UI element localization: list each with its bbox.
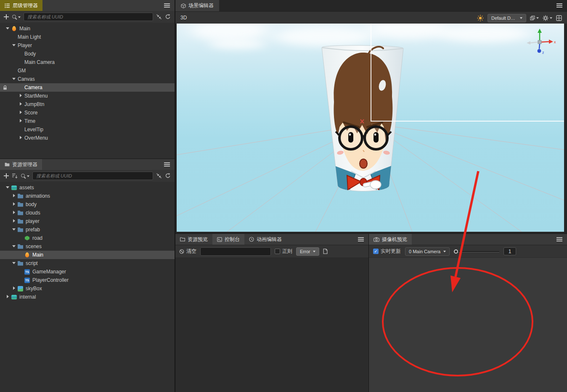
folder-icon xyxy=(18,244,23,249)
camera-select-dropdown[interactable]: 0 Main Camera xyxy=(405,247,450,256)
tree-row[interactable]: Canvas xyxy=(0,75,175,83)
clear-console-button[interactable]: 清空 xyxy=(179,248,196,255)
asset-label: clouds xyxy=(26,210,40,216)
twisty-icon[interactable] xyxy=(19,109,24,116)
tree-row-selected[interactable]: Camera xyxy=(0,83,175,92)
twisty-icon[interactable] xyxy=(5,25,11,32)
tree-row[interactable]: GameManager xyxy=(0,268,175,276)
zoom-value-input[interactable]: 1 xyxy=(503,247,516,255)
tree-row[interactable]: Body xyxy=(0,50,175,58)
collapse-all-icon[interactable] xyxy=(156,14,162,20)
panel-menu-icon[interactable] xyxy=(556,3,562,8)
twisty-icon[interactable] xyxy=(12,226,17,233)
tab-scene-editor[interactable]: 场景编辑器 xyxy=(175,0,219,11)
clear-icon xyxy=(179,249,184,254)
log-level-dropdown[interactable]: Error xyxy=(296,247,319,256)
tab-asset-preview[interactable]: 资源预览 xyxy=(175,234,212,245)
console-log-area[interactable] xyxy=(175,258,368,392)
folder-icon xyxy=(18,219,23,224)
tab-hierarchy[interactable]: 层级管理器 xyxy=(0,0,42,11)
tree-row[interactable]: assets xyxy=(0,183,175,192)
twisty-icon[interactable] xyxy=(19,101,24,108)
add-asset-icon[interactable] xyxy=(4,173,9,178)
twisty-icon[interactable] xyxy=(12,201,17,208)
search-input[interactable] xyxy=(24,13,153,21)
twisty-icon[interactable] xyxy=(12,193,17,199)
tree-row[interactable]: skyBox xyxy=(0,284,175,293)
panel-menu-icon[interactable] xyxy=(164,162,170,167)
sun-icon xyxy=(477,15,484,21)
tab-animation-editor[interactable]: 动画编辑器 xyxy=(244,234,286,245)
tree-row[interactable]: GM xyxy=(0,66,175,75)
asset-label: body xyxy=(26,201,37,207)
device-dropdown[interactable]: Default De... xyxy=(488,14,526,22)
twisty-icon[interactable] xyxy=(19,93,24,99)
tree-row[interactable]: animations xyxy=(0,192,175,200)
twisty-icon[interactable] xyxy=(5,294,11,300)
tree-row[interactable]: player xyxy=(0,217,175,225)
tree-row[interactable]: clouds xyxy=(0,209,175,217)
tree-row[interactable]: internal xyxy=(0,293,175,301)
twisty-icon[interactable] xyxy=(12,209,17,216)
tree-row[interactable]: JumpBtn xyxy=(0,100,175,109)
collapse-all-icon[interactable] xyxy=(156,173,162,179)
refresh-icon[interactable] xyxy=(165,14,171,20)
tree-row[interactable]: Main Camera xyxy=(0,58,175,66)
twisty-icon[interactable] xyxy=(12,42,17,49)
panel-menu-icon[interactable] xyxy=(164,3,170,8)
orientation-gizmo[interactable]: x z xyxy=(525,27,558,57)
view-layers-dropdown[interactable] xyxy=(530,16,539,21)
tree-row[interactable]: Player xyxy=(0,41,175,50)
search-filter[interactable] xyxy=(21,173,29,179)
slider-knob[interactable] xyxy=(454,249,458,254)
scene-settings-dropdown[interactable] xyxy=(543,15,552,21)
tree-row[interactable]: OverMenu xyxy=(0,134,175,142)
tree-row[interactable]: prefab xyxy=(0,225,175,234)
cup-model[interactable] xyxy=(318,42,407,198)
search-icon xyxy=(21,173,26,179)
tree-row[interactable]: road xyxy=(0,234,175,242)
twisty-icon[interactable] xyxy=(12,218,17,225)
add-node-icon[interactable] xyxy=(4,14,9,19)
regex-checkbox[interactable]: 正则 xyxy=(275,248,292,255)
zoom-slider[interactable] xyxy=(454,249,499,254)
scene-viewport[interactable]: x z xyxy=(177,24,564,232)
twisty-icon[interactable] xyxy=(5,184,11,191)
tree-row[interactable]: body xyxy=(0,200,175,209)
tree-row[interactable]: Main xyxy=(0,24,175,33)
mode-3d-button[interactable]: 3D xyxy=(180,15,187,21)
search-filter[interactable] xyxy=(12,14,21,20)
hierarchy-tree: Main Main Light Player Body Main Camera … xyxy=(0,23,175,142)
tree-row-selected[interactable]: Main xyxy=(0,251,175,259)
console-filter-input[interactable] xyxy=(200,247,271,256)
tree-row[interactable]: script xyxy=(0,259,175,268)
tab-assets[interactable]: 资源管理器 xyxy=(0,159,42,170)
twisty-icon[interactable] xyxy=(12,285,17,292)
twisty-icon[interactable] xyxy=(12,243,17,250)
asset-label: player xyxy=(26,218,40,224)
node-label: GM xyxy=(18,68,26,74)
twisty-icon[interactable] xyxy=(19,135,24,141)
panel-menu-icon[interactable] xyxy=(556,237,562,241)
tree-row[interactable]: Score xyxy=(0,109,175,117)
log-file-icon[interactable] xyxy=(323,249,328,254)
twisty-icon[interactable] xyxy=(12,260,17,267)
tree-row[interactable]: Main Light xyxy=(0,33,175,41)
layout-grid-icon[interactable] xyxy=(556,15,562,21)
tree-row[interactable]: Time xyxy=(0,117,175,125)
panel-menu-icon[interactable] xyxy=(358,237,364,241)
realtime-update-checkbox[interactable]: 实时更新 xyxy=(373,248,401,255)
tree-row[interactable]: StartMenu xyxy=(0,92,175,100)
twisty-icon[interactable] xyxy=(19,118,24,124)
tab-camera-preview[interactable]: 摄像机预览 xyxy=(369,234,412,245)
sort-icon[interactable] xyxy=(12,173,18,179)
console-toolbar: 清空 正则 Error xyxy=(175,245,368,257)
tree-row[interactable]: scenes xyxy=(0,242,175,251)
search-input[interactable] xyxy=(32,172,153,180)
tree-row[interactable]: LevelTip xyxy=(0,125,175,134)
tree-row[interactable]: PlayerController xyxy=(0,276,175,284)
twisty-icon[interactable] xyxy=(12,76,17,82)
light-gizmo-button[interactable] xyxy=(477,15,484,21)
tab-console[interactable]: 控制台 xyxy=(212,234,244,245)
refresh-icon[interactable] xyxy=(165,173,171,179)
